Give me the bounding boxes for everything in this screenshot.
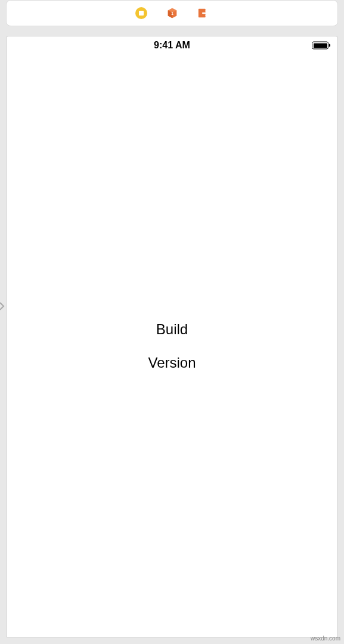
watermark: wsxdn.com [311,635,340,642]
build-label: Build [156,321,188,338]
status-bar: 9:41 AM [7,36,337,54]
exit-icon[interactable] [197,7,210,20]
version-label: Version [148,355,196,371]
svg-rect-1 [139,11,144,16]
svg-text:1: 1 [171,11,173,16]
stop-icon[interactable] [135,7,148,20]
battery-icon [312,42,330,50]
panel-chevron-icon[interactable] [0,301,5,311]
simulator-frame: 9:41 AM Build Version [6,36,338,638]
status-time: 9:41 AM [154,40,190,51]
cube-icon[interactable]: 1 [166,7,179,20]
simulator-toolbar: 1 [6,0,338,26]
app-content: Build Version [7,54,337,637]
